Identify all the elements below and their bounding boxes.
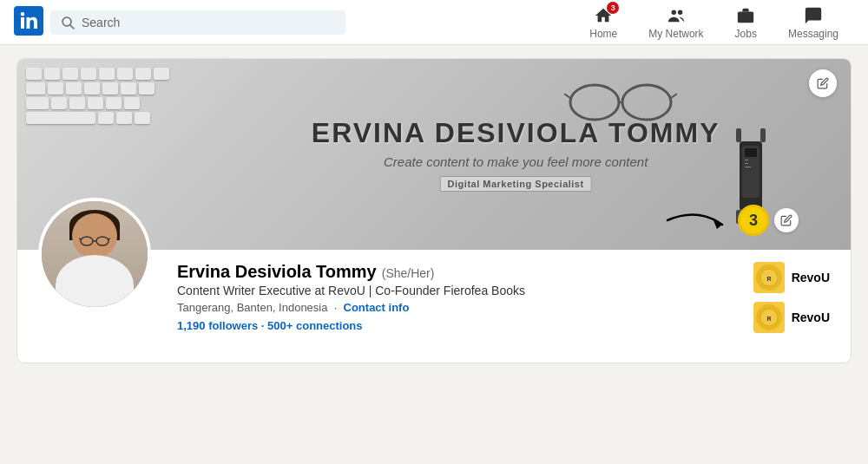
svg-text:R: R (766, 276, 771, 282)
nav-home[interactable]: 3 Home (574, 0, 633, 45)
linkedin-logo[interactable] (14, 6, 43, 39)
svg-line-25 (79, 239, 81, 239)
search-placeholder: Search (82, 16, 120, 29)
revou-logo-icon-1: R (760, 268, 779, 287)
annotation-number-circle: 3 (738, 205, 769, 236)
company-item-1[interactable]: R RevoU (753, 262, 830, 293)
navbar: Search 3 Home My Network (0, 0, 868, 45)
profile-avatar (38, 198, 151, 310)
annotation-layer: 3 (663, 203, 799, 238)
profile-pronouns: (She/Her) (382, 266, 435, 280)
jobs-icon (736, 6, 755, 25)
company-logo-2: R (753, 302, 785, 333)
revou-logo-icon-2: R (760, 308, 779, 327)
svg-point-6 (570, 85, 619, 120)
svg-point-23 (96, 237, 108, 245)
contact-info-link[interactable]: Contact info (344, 301, 410, 314)
svg-point-22 (81, 237, 93, 245)
company-logo-1: R (753, 262, 785, 293)
nav-messaging[interactable]: Messaging (773, 0, 854, 45)
company-name-2: RevoU (792, 310, 830, 324)
nav-home-label: Home (589, 28, 617, 40)
network-icon (667, 6, 686, 25)
profile-container: ERVINA DESIVIOLA TOMMY Create content to… (17, 59, 851, 363)
banner-profile-name: ERVINA DESIVIOLA TOMMY (312, 117, 720, 149)
svg-rect-13 (745, 148, 757, 157)
nav-icons: 3 Home My Network (574, 0, 854, 45)
svg-rect-15 (760, 128, 766, 142)
svg-rect-14 (736, 128, 741, 142)
svg-point-4 (678, 10, 683, 14)
profile-name-line: Ervina Desiviola Tommy (She/Her) (177, 262, 830, 282)
profile-headline: Content Writer Executive at RevoU | Co-F… (177, 284, 830, 297)
annotation-arrow-icon (663, 203, 733, 238)
profile-full-name: Ervina Desiviola Tommy (177, 262, 377, 282)
svg-line-10 (671, 94, 677, 98)
svg-point-3 (671, 10, 676, 14)
svg-line-9 (564, 94, 570, 98)
company-item-2[interactable]: R RevoU (753, 302, 830, 333)
search-bar[interactable]: Search (50, 10, 345, 35)
svg-line-2 (70, 25, 74, 29)
banner-keyboard-decoration (26, 68, 217, 189)
banner-subtitle: Digital Marketing Specialist (440, 176, 592, 192)
profile-connections[interactable]: 1,190 followers · 500+ connections (177, 319, 830, 332)
annotation-edit-button[interactable] (774, 208, 799, 232)
nav-messaging-label: Messaging (788, 28, 838, 40)
nav-jobs[interactable]: Jobs (720, 0, 773, 45)
svg-rect-19 (745, 163, 748, 164)
company-name-1: RevoU (792, 271, 830, 284)
svg-rect-5 (738, 11, 753, 23)
nav-network-label: My Network (648, 28, 703, 40)
companies-panel: R RevoU R RevoU (753, 262, 830, 333)
banner-watch-decoration (720, 128, 781, 215)
banner-edit-button[interactable] (809, 69, 837, 97)
svg-rect-20 (745, 167, 751, 167)
profile-location: Tangerang, Banten, Indonesia · Contact i… (177, 301, 830, 314)
svg-point-7 (622, 85, 671, 120)
search-icon (61, 16, 75, 29)
nav-jobs-label: Jobs (735, 28, 757, 40)
banner-text-area: ERVINA DESIVIOLA TOMMY Create content to… (312, 117, 720, 192)
svg-text:R: R (766, 316, 771, 322)
nav-network[interactable]: My Network (633, 0, 719, 45)
pencil-icon (780, 214, 792, 226)
banner-tagline: Create content to make you feel more con… (312, 154, 720, 169)
svg-rect-18 (745, 160, 748, 160)
messaging-icon (804, 6, 823, 25)
svg-line-26 (108, 239, 110, 239)
home-badge: 3 (607, 2, 619, 14)
avatar-image (42, 201, 148, 307)
profile-info-section: Ervina Desiviola Tommy (She/Her) Content… (17, 250, 851, 363)
profile-text: Ervina Desiviola Tommy (She/Her) Content… (177, 250, 830, 332)
pencil-edit-icon (817, 77, 829, 89)
